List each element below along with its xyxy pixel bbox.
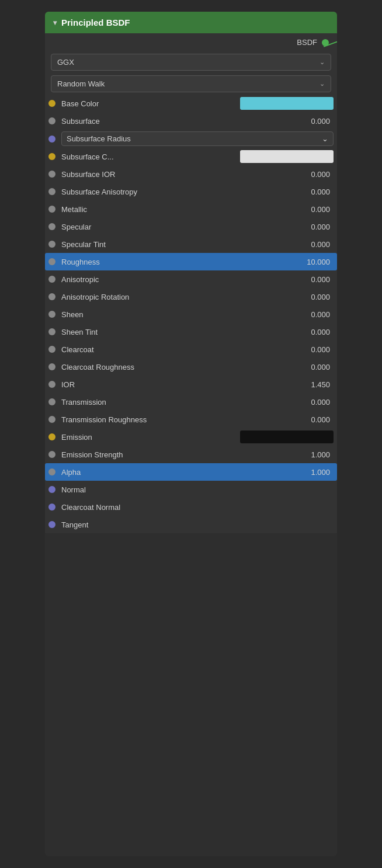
value-subsurface-anisotropy[interactable]: 0.000 bbox=[298, 188, 334, 196]
socket-transmission[interactable] bbox=[48, 398, 55, 405]
subsurface-radius-dropdown[interactable]: Subsurface Radius ⌄ bbox=[61, 131, 334, 146]
bsdf-label: BSDF bbox=[297, 38, 317, 47]
value-anisotropic[interactable]: 0.000 bbox=[298, 275, 334, 284]
socket-alpha[interactable] bbox=[48, 468, 55, 475]
label-tangent: Tangent bbox=[59, 520, 88, 529]
distribution-dropdown-row: GGX ⌄ bbox=[45, 51, 337, 73]
label-emission-strength: Emission Strength bbox=[59, 450, 296, 459]
label-sheen-tint: Sheen Tint bbox=[59, 328, 296, 336]
color-swatch-emission[interactable] bbox=[240, 430, 334, 443]
value-sheen-tint[interactable]: 0.000 bbox=[298, 328, 334, 336]
socket-sheen-tint[interactable] bbox=[48, 328, 55, 335]
socket-tangent[interactable] bbox=[48, 521, 55, 528]
socket-ior[interactable] bbox=[48, 381, 55, 388]
property-row-emission-strength: Emission Strength 1.000 bbox=[45, 446, 337, 463]
value-clearcoat[interactable]: 0.000 bbox=[298, 345, 334, 354]
value-alpha[interactable]: 1.000 bbox=[298, 468, 334, 477]
label-roughness: Roughness bbox=[59, 258, 296, 266]
property-row-metallic: Metallic 0.000 bbox=[45, 200, 337, 218]
property-row-transmission: Transmission 0.000 bbox=[45, 393, 337, 411]
socket-subsurface-ior[interactable] bbox=[48, 171, 55, 178]
property-row-clearcoat: Clearcoat 0.000 bbox=[45, 341, 337, 358]
panel-header[interactable]: ▾ Principled BSDF bbox=[45, 12, 337, 33]
property-row-roughness: Roughness 10.000 bbox=[45, 253, 337, 270]
bsdf-output-socket[interactable] bbox=[322, 39, 329, 46]
label-emission: Emission bbox=[59, 433, 238, 442]
value-metallic[interactable]: 0.000 bbox=[298, 205, 334, 214]
socket-metallic[interactable] bbox=[48, 206, 55, 213]
socket-subsurface-anisotropy[interactable] bbox=[48, 188, 55, 195]
socket-label-row-tangent: Tangent bbox=[45, 516, 337, 533]
collapse-chevron[interactable]: ▾ bbox=[53, 19, 57, 27]
socket-subsurface[interactable] bbox=[48, 117, 55, 124]
subsurface-radius-arrow: ⌄ bbox=[322, 134, 328, 143]
value-clearcoat-roughness[interactable]: 0.000 bbox=[298, 363, 334, 371]
value-transmission[interactable]: 0.000 bbox=[298, 398, 334, 407]
socket-label-row-normal: Normal bbox=[45, 481, 337, 498]
label-subsurface-anisotropy: Subsurface Anisotropy bbox=[59, 188, 296, 196]
label-subsurface-color: Subsurface C... bbox=[59, 152, 238, 161]
label-specular-tint: Specular Tint bbox=[59, 240, 296, 249]
property-row-subsurface-anisotropy: Subsurface Anisotropy 0.000 bbox=[45, 183, 337, 200]
value-emission-strength[interactable]: 1.000 bbox=[298, 450, 334, 459]
distribution-arrow: ⌄ bbox=[320, 58, 325, 66]
value-sheen[interactable]: 0.000 bbox=[298, 310, 334, 319]
socket-sheen[interactable] bbox=[48, 311, 55, 318]
value-ior[interactable]: 1.450 bbox=[298, 380, 334, 389]
socket-clearcoat-normal[interactable] bbox=[48, 504, 55, 511]
distribution-dropdown[interactable]: GGX ⌄ bbox=[51, 54, 331, 71]
socket-clearcoat[interactable] bbox=[48, 346, 55, 353]
label-anisotropic-rotation: Anisotropic Rotation bbox=[59, 293, 296, 301]
label-ior: IOR bbox=[59, 380, 296, 389]
property-row-subsurface-ior: Subsurface IOR 0.000 bbox=[45, 165, 337, 183]
subsurface-method-dropdown[interactable]: Random Walk ⌄ bbox=[51, 75, 331, 92]
label-specular: Specular bbox=[59, 223, 296, 231]
socket-specular[interactable] bbox=[48, 223, 55, 230]
label-subsurface: Subsurface bbox=[59, 117, 296, 126]
subsurface-method-dropdown-row: Random Walk ⌄ bbox=[45, 73, 337, 95]
label-transmission-roughness: Transmission Roughness bbox=[59, 415, 296, 424]
subsurface-method-value: Random Walk bbox=[57, 79, 105, 88]
principled-bsdf-panel: ▾ Principled BSDF BSDF GGX ⌄ Random Walk… bbox=[45, 12, 337, 856]
property-row-specular: Specular 0.000 bbox=[45, 218, 337, 235]
property-row-subsurface-radius: Subsurface Radius ⌄ bbox=[45, 130, 337, 148]
property-row-specular-tint: Specular Tint 0.000 bbox=[45, 235, 337, 253]
value-roughness[interactable]: 10.000 bbox=[298, 258, 334, 266]
value-subsurface-ior[interactable]: 0.000 bbox=[298, 170, 334, 179]
distribution-value: GGX bbox=[57, 58, 74, 67]
socket-subsurface-color[interactable] bbox=[48, 153, 55, 160]
socket-roughness[interactable] bbox=[48, 258, 55, 265]
property-row-emission: Emission bbox=[45, 428, 337, 446]
label-clearcoat: Clearcoat bbox=[59, 345, 296, 354]
label-sheen: Sheen bbox=[59, 310, 296, 319]
socket-anisotropic-rotation[interactable] bbox=[48, 293, 55, 300]
property-row-transmission-roughness: Transmission Roughness 0.000 bbox=[45, 411, 337, 428]
color-swatch-base-color[interactable] bbox=[240, 97, 334, 110]
socket-emission-strength[interactable] bbox=[48, 451, 55, 458]
color-swatch-subsurface-color[interactable] bbox=[240, 150, 334, 163]
socket-clearcoat-roughness[interactable] bbox=[48, 363, 55, 370]
socket-anisotropic[interactable] bbox=[48, 276, 55, 283]
subsurface-radius-value: Subsurface Radius bbox=[67, 134, 131, 143]
subsurface-method-arrow: ⌄ bbox=[320, 80, 325, 88]
value-transmission-roughness[interactable]: 0.000 bbox=[298, 415, 334, 424]
socket-normal[interactable] bbox=[48, 486, 55, 493]
value-specular-tint[interactable]: 0.000 bbox=[298, 240, 334, 249]
property-row-alpha: Alpha 1.000 bbox=[45, 463, 337, 481]
value-anisotropic-rotation[interactable]: 0.000 bbox=[298, 293, 334, 301]
label-clearcoat-roughness: Clearcoat Roughness bbox=[59, 363, 296, 371]
property-row-subsurface: Subsurface 0.000 bbox=[45, 112, 337, 130]
property-row-base-color: Base Color bbox=[45, 95, 337, 112]
label-normal: Normal bbox=[59, 485, 86, 494]
socket-transmission-roughness[interactable] bbox=[48, 416, 55, 423]
socket-specular-tint[interactable] bbox=[48, 241, 55, 248]
socket-subsurface-radius[interactable] bbox=[48, 136, 55, 143]
label-base-color: Base Color bbox=[59, 99, 238, 108]
socket-base-color[interactable] bbox=[48, 100, 55, 107]
property-row-anisotropic-rotation: Anisotropic Rotation 0.000 bbox=[45, 288, 337, 305]
value-specular[interactable]: 0.000 bbox=[298, 223, 334, 231]
label-metallic: Metallic bbox=[59, 205, 296, 214]
property-row-clearcoat-roughness: Clearcoat Roughness 0.000 bbox=[45, 358, 337, 376]
socket-emission[interactable] bbox=[48, 433, 55, 440]
value-subsurface[interactable]: 0.000 bbox=[298, 117, 334, 126]
